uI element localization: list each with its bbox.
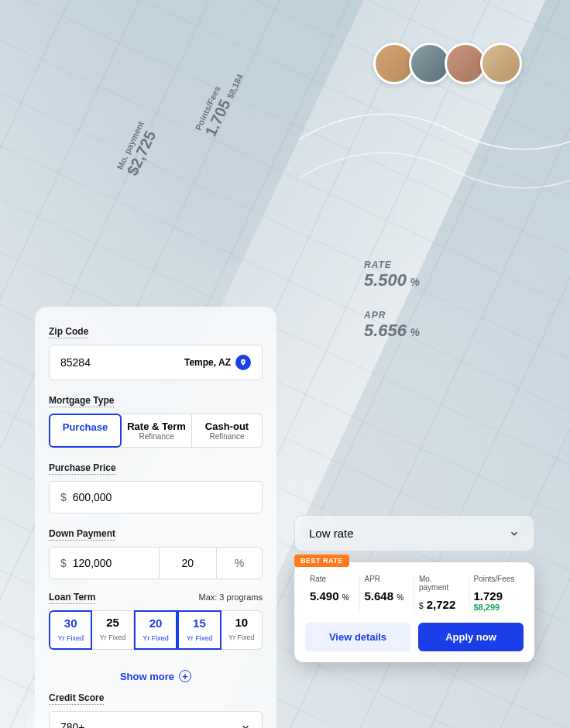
mortgage-type-purchase[interactable]: Purchase (49, 414, 122, 448)
mo-payment-label: Mo. payment (419, 575, 464, 592)
mortgage-type-label: Mortgage Type (49, 395, 114, 407)
chevron-down-icon (240, 722, 251, 728)
currency-symbol: $ (60, 491, 67, 503)
loan-term-20[interactable]: 20 Yr Fixed (134, 610, 177, 650)
zip-label: Zip Code (49, 326, 88, 338)
down-payment-percent-value: 20 (182, 557, 194, 569)
loan-term-10[interactable]: 10 Yr Fixed (221, 610, 263, 650)
down-payment-label: Down Payment (49, 528, 115, 541)
mortgage-type-cashout[interactable]: Cash-out Refinance (192, 414, 263, 448)
loan-term-25[interactable]: 25 Yr Fixed (92, 610, 133, 650)
overlay-rate: RATE 5.500 % (364, 259, 420, 290)
loan-term-hint: Max: 3 programs (198, 592, 263, 602)
credit-score-select[interactable]: 780+ (49, 711, 263, 728)
purchase-price-label: Purchase Price (49, 462, 116, 475)
points-fees-dollar: $8,299 (474, 603, 520, 612)
down-payment-value: 120,000 (73, 557, 112, 569)
points-fees-value: 1.729 (474, 589, 520, 603)
down-payment-percent-input[interactable]: 20 (160, 547, 217, 579)
loan-term-group: 30 Yr Fixed 25 Yr Fixed 20 Yr Fixed 15 Y… (49, 610, 263, 650)
avatar (480, 43, 522, 84)
overlay-apr: APR 5.656 % (364, 310, 420, 341)
apr-label: APR (365, 575, 410, 583)
location-pin-icon (235, 355, 251, 370)
avatar-group (379, 43, 522, 84)
down-payment-amount-input[interactable]: $ 120,000 (49, 547, 160, 579)
chevron-down-icon (509, 528, 520, 539)
mortgage-form: Zip Code 85284 Tempe, AZ Mortgage Type P… (35, 307, 276, 728)
plus-circle-icon: + (179, 670, 191, 682)
show-more-button[interactable]: Show more + (49, 662, 263, 690)
zip-input[interactable]: 85284 Tempe, AZ (49, 345, 263, 380)
percent-symbol: % (217, 547, 263, 579)
credit-score-value: 780+ (60, 721, 85, 728)
rate-value: 5.490 % (310, 589, 355, 603)
rate-card: BEST RATE Rate 5.490 % APR 5.648 % Mo. p… (294, 562, 534, 662)
apply-now-button[interactable]: Apply now (418, 623, 524, 651)
apr-value: 5.648 % (365, 589, 410, 603)
loan-term-label: Loan Term (49, 592, 95, 604)
credit-score-label: Credit Score (49, 692, 104, 705)
loan-term-15[interactable]: 15 Yr Fixed (177, 610, 221, 650)
rate-label: Rate (310, 575, 355, 583)
loan-term-30[interactable]: 30 Yr Fixed (49, 610, 92, 650)
sort-select[interactable]: Low rate (294, 515, 534, 551)
sort-value: Low rate (309, 527, 354, 540)
purchase-price-value: 600,000 (73, 491, 112, 503)
mortgage-type-rate-term[interactable]: Rate & Term Refinance (122, 414, 192, 448)
points-fees-label: Points/Fees (474, 575, 520, 583)
view-details-button[interactable]: View details (305, 623, 410, 651)
zip-location: Tempe, AZ (184, 357, 231, 368)
mortgage-type-segmented: Purchase Rate & Term Refinance Cash-out … (49, 414, 263, 448)
currency-symbol: $ (60, 557, 67, 569)
zip-value: 85284 (60, 356, 91, 369)
results-panel: Low rate BEST RATE Rate 5.490 % APR 5.64… (294, 515, 534, 662)
mo-payment-value: $ 2,722 (419, 598, 464, 611)
best-rate-badge: BEST RATE (294, 555, 349, 567)
purchase-price-input[interactable]: $ 600,000 (49, 481, 263, 513)
